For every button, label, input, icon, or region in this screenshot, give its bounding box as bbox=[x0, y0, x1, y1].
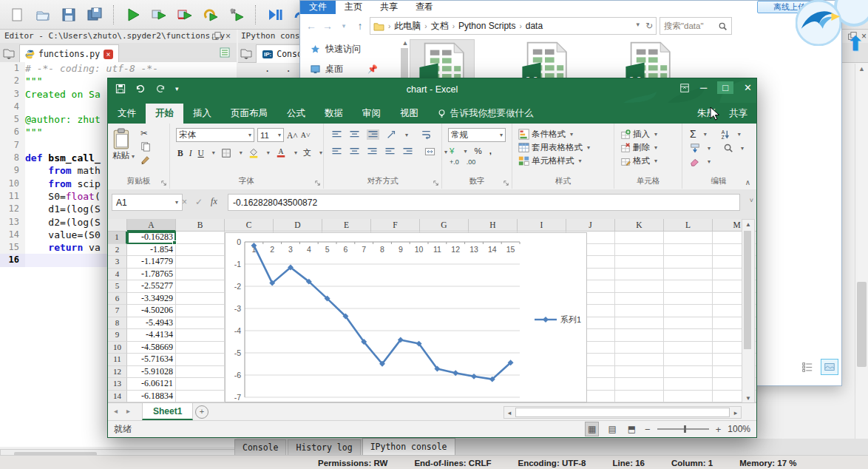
merge-center-button[interactable] bbox=[424, 146, 435, 157]
column-header-K[interactable]: K bbox=[615, 219, 664, 232]
sheet-tab-sheet1[interactable]: Sheet1 bbox=[142, 403, 193, 420]
cell-K11[interactable] bbox=[615, 354, 664, 366]
cell-A5[interactable]: -2.55277 bbox=[127, 280, 176, 293]
refresh-icon[interactable]: ↻ bbox=[645, 21, 653, 31]
ribbon-tab-7[interactable]: 视图 bbox=[390, 104, 428, 124]
ribbon-tab-2[interactable]: 插入 bbox=[183, 104, 221, 124]
cell-L5[interactable] bbox=[664, 280, 713, 293]
cell-styles-button[interactable]: 单元格样式▾ bbox=[512, 154, 614, 166]
scrollbar-thumb[interactable] bbox=[744, 231, 751, 349]
forward-button[interactable]: → bbox=[321, 20, 334, 32]
cell-L1[interactable] bbox=[664, 232, 713, 244]
ribbon-tab-6[interactable]: 审阅 bbox=[353, 104, 390, 124]
cell-B4[interactable] bbox=[176, 269, 225, 281]
cell-B12[interactable] bbox=[176, 366, 225, 379]
zoom-in-icon[interactable]: + bbox=[716, 424, 722, 435]
cell-L2[interactable] bbox=[664, 244, 713, 257]
conditional-formatting-button[interactable]: 条件格式▾ bbox=[512, 124, 614, 140]
row-header-1[interactable]: 1 bbox=[108, 232, 127, 244]
column-header-I[interactable]: I bbox=[518, 219, 566, 232]
align-left-button[interactable] bbox=[331, 147, 342, 156]
cell-B10[interactable] bbox=[176, 342, 225, 354]
increase-decimal-button[interactable]: +.0 bbox=[450, 158, 459, 166]
row-header-8[interactable]: 8 bbox=[108, 317, 127, 330]
clear-button[interactable] bbox=[690, 156, 700, 166]
close-button[interactable]: ✕ bbox=[744, 82, 752, 93]
row-header-7[interactable]: 7 bbox=[108, 305, 127, 317]
zoom-slider-thumb[interactable] bbox=[684, 425, 686, 433]
column-header-J[interactable]: J bbox=[566, 219, 615, 232]
browse-tabs-icon[interactable] bbox=[240, 46, 253, 59]
font-size-select[interactable]: 11▾ bbox=[257, 128, 284, 142]
new-file-button[interactable] bbox=[7, 5, 27, 24]
editor-tab-functions[interactable]: functions.py × bbox=[19, 44, 119, 63]
wrap-text-button[interactable] bbox=[421, 129, 432, 140]
cell-A12[interactable]: -5.91028 bbox=[127, 366, 176, 379]
row-header-11[interactable]: 11 bbox=[108, 354, 127, 366]
run-cell-button[interactable] bbox=[149, 5, 169, 24]
row-header-9[interactable]: 9 bbox=[108, 329, 127, 342]
next-sheet-icon[interactable]: ▸ bbox=[126, 407, 130, 415]
row-header-14[interactable]: 14 bbox=[108, 391, 127, 403]
select-all-corner[interactable] bbox=[108, 219, 127, 232]
align-top-button[interactable] bbox=[331, 130, 342, 139]
zoom-slider[interactable] bbox=[657, 428, 709, 430]
fill-button[interactable] bbox=[690, 143, 700, 153]
cell-B11[interactable] bbox=[176, 354, 225, 366]
cell-A4[interactable]: -1.78765 bbox=[127, 269, 176, 281]
name-box[interactable]: A1▾ bbox=[112, 194, 183, 211]
address-bar[interactable]: › 此电脑›文档›Python Scripts›data ▾ ↻ bbox=[370, 17, 657, 35]
scroll-up-icon[interactable]: ▲ bbox=[742, 221, 754, 228]
cell-A2[interactable]: -1.854 bbox=[127, 244, 176, 257]
cell-L9[interactable] bbox=[664, 329, 713, 342]
row-header-4[interactable]: 4 bbox=[108, 269, 127, 281]
scroll-left-icon[interactable]: ◂ bbox=[504, 409, 515, 416]
row-header-2[interactable]: 2 bbox=[108, 244, 127, 257]
enter-icon[interactable]: ✓ bbox=[195, 197, 203, 207]
close-tab-icon[interactable]: × bbox=[104, 50, 113, 59]
cell-L14[interactable] bbox=[664, 391, 713, 403]
decrease-decimal-button[interactable]: .00 bbox=[467, 158, 476, 166]
cell-A13[interactable]: -6.06121 bbox=[127, 378, 176, 391]
search-box[interactable]: 搜索"data" bbox=[660, 17, 732, 35]
scrollbar-thumb[interactable] bbox=[515, 408, 730, 417]
collapse-ribbon-icon[interactable]: ∧ bbox=[745, 178, 750, 186]
align-middle-button[interactable] bbox=[349, 130, 360, 139]
cell-B2[interactable] bbox=[176, 244, 225, 257]
row-header-6[interactable]: 6 bbox=[108, 293, 127, 306]
insert-function-icon[interactable]: fx bbox=[211, 196, 217, 207]
dialog-launcher-icon[interactable] bbox=[160, 180, 167, 186]
ribbon-tab-0[interactable]: 文件 bbox=[108, 104, 146, 124]
code-line[interactable]: 1# -*- coding: utf-8 -*- bbox=[0, 62, 237, 75]
cell-A10[interactable]: -4.58669 bbox=[127, 342, 176, 354]
cell-K7[interactable] bbox=[615, 305, 664, 317]
underline-button[interactable]: U bbox=[198, 149, 204, 158]
tell-me-box[interactable]: 告诉我你想要做什么 bbox=[428, 104, 543, 124]
borders-button[interactable] bbox=[221, 148, 231, 158]
cell-A11[interactable]: -5.71634 bbox=[127, 354, 176, 366]
align-right-button[interactable] bbox=[367, 147, 378, 156]
cell-L8[interactable] bbox=[664, 317, 713, 330]
font-name-select[interactable]: 宋体▾ bbox=[176, 128, 254, 142]
breadcrumb-item[interactable]: data bbox=[526, 21, 543, 31]
scroll-down-icon[interactable]: ▼ bbox=[742, 395, 754, 402]
ribbon-tab-1[interactable]: 开始 bbox=[146, 104, 183, 124]
formula-bar[interactable]: -0.162828043500872 bbox=[228, 194, 740, 211]
zoom-level[interactable]: 100% bbox=[728, 424, 750, 434]
column-header-B[interactable]: B bbox=[176, 219, 225, 232]
find-select-button[interactable] bbox=[723, 143, 733, 153]
increase-indent-button[interactable] bbox=[402, 147, 413, 156]
ribbon-display-icon[interactable] bbox=[679, 83, 690, 93]
percent-button[interactable]: % bbox=[474, 146, 481, 155]
explorer-tab-0[interactable]: 文件 bbox=[300, 1, 336, 14]
format-cells-button[interactable]: 格式▾ bbox=[614, 154, 682, 166]
cell-L11[interactable] bbox=[664, 354, 713, 366]
sheet-hscrollbar[interactable]: ◂ ▸ bbox=[503, 406, 742, 419]
cell-L13[interactable] bbox=[664, 378, 713, 391]
cell-K4[interactable] bbox=[615, 269, 664, 281]
sort-filter-button[interactable] bbox=[719, 129, 730, 140]
delete-cells-button[interactable]: 删除▾ bbox=[614, 141, 682, 153]
format-painter-button[interactable] bbox=[140, 155, 151, 165]
bottom-tab-ipython-console[interactable]: IPython console bbox=[362, 438, 455, 455]
scroll-up-icon[interactable]: ▲ bbox=[855, 65, 868, 72]
